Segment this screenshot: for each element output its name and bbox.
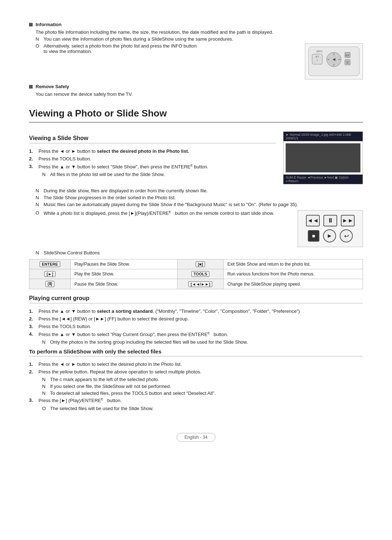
selected-note-2: N If you select one file, the SlideShow …	[42, 384, 363, 389]
selected-step3-note-text: The selected files will be used for the …	[50, 406, 154, 411]
group-step4-note: N Only the photos in the sorting group i…	[42, 339, 363, 345]
information-description: The photo file information including the…	[36, 29, 363, 35]
desc-2: Play the Slide Show.	[71, 269, 177, 279]
selected-note-3: N To deselect all selected files, press …	[42, 390, 363, 396]
playing-group-heading: Playing current group	[29, 295, 363, 303]
selected-step-1: 1. Press the ◄ or ► button to select the…	[29, 361, 363, 367]
information-note-o-row: O Alternatively, select a photo from the…	[29, 43, 363, 79]
key-4: [■]	[177, 259, 224, 269]
key-2: [►]	[29, 269, 71, 279]
btn-row-2: ■ ► ↩	[308, 229, 353, 242]
group-step-1: 1. Press the ▲ or ▼ button to select a s…	[29, 308, 363, 314]
slide-show-note-3-text: Music files can be automatically played …	[44, 202, 298, 207]
key-1: ENTERE	[29, 259, 71, 269]
key-6: [◄◄/►►]	[177, 279, 224, 289]
remote-control-image: E? i ◄ EX ⊡ INFO	[305, 43, 363, 79]
page-footer: English - 34	[29, 433, 363, 442]
remote-img: E? i ◄ EX ⊡ INFO	[305, 43, 363, 79]
svg-text:EX: EX	[346, 54, 350, 57]
note-o-text-col: O While a photo list is displayed, press…	[29, 210, 290, 247]
play-btn: ►	[323, 229, 336, 242]
slide-show-note-1: N During the slide show, files are displ…	[36, 188, 363, 193]
table-row-3: [Ⅱ] Pause the Slide Show. [◄◄/►►] Change…	[29, 279, 363, 289]
remove-safely-label: Remove Safely	[36, 84, 69, 89]
slide-show-note-3: N Music files can be automatically playe…	[36, 202, 363, 207]
selected-files-section: To perform a SlideShow with only the sel…	[29, 348, 363, 411]
control-buttons-img: ◄◄ ⏸ ►► ■ ► ↩	[298, 210, 363, 247]
btn-row-1: ◄◄ ⏸ ►►	[306, 215, 355, 226]
selected-step-3: 3. Press the [►] (Play)/ENTEREE button.	[29, 397, 363, 403]
selected-note-1: N The c mark appears to the left of the …	[42, 377, 363, 382]
information-note-o: O Alternatively, select a photo from the…	[36, 43, 298, 54]
slide-show-note-1-text: During the slide show, files are display…	[44, 188, 208, 193]
note-o-text: While a photo list is displayed, press t…	[44, 210, 274, 216]
slideshow-control-label: N SlideShow Control Buttons	[36, 250, 363, 255]
svg-text:INFO: INFO	[317, 50, 323, 53]
key-3: [Ⅱ]	[29, 279, 71, 289]
group-step-3: 3. Press the TOOLS button.	[29, 324, 363, 329]
desc-4: Exit Slide Show and return to the photo …	[224, 259, 363, 269]
group-step-2: 2. Press the [◄◄] (REW) or [►►] (FF) but…	[29, 316, 363, 322]
pause-btn: ⏸	[323, 215, 337, 226]
remove-safely-bullet: Remove Safely	[29, 84, 363, 89]
information-bullet: Information	[29, 22, 363, 27]
table-row-2: [►] Play the Slide Show. TOOLS Run vario…	[29, 269, 363, 279]
slide-show-step-1: 1. Press the ◄ or ► button to select the…	[29, 148, 276, 154]
top-section: Information The photo file information i…	[29, 22, 363, 97]
information-note-o-col: O Alternatively, select a photo from the…	[29, 43, 298, 79]
screenshot-image	[286, 143, 360, 172]
slide-show-note-2-text: The Slide Show progresses in the order s…	[44, 195, 176, 200]
slide-show-with-image: Viewing a Slide Show 1. Press the ◄ or ►…	[29, 131, 363, 184]
control-table: ENTERE Play/Pauses the Slide Show. [■] E…	[29, 259, 363, 289]
selected-note-2-text: If you select one file, the SlideShow wi…	[50, 384, 171, 389]
screenshot-box: ► Normal 20/20 image_1.jpg 440×446 2.0kB…	[283, 131, 363, 184]
control-buttons: ◄◄ ⏸ ►► ■ ► ↩	[298, 210, 363, 247]
group-step-4: 4. Press the ▲ or ▼ button to select "Pl…	[29, 331, 363, 337]
slide-show-step3-note: N All files in the photo list will be us…	[42, 172, 276, 177]
slide-show-note-o: O While a photo list is displayed, press…	[36, 210, 290, 216]
information-note-o-line1: Alternatively, select a photo from the p…	[44, 43, 197, 49]
slide-show-section: Viewing a Slide Show 1. Press the ◄ or ►…	[29, 131, 363, 289]
forward-btn: ►►	[341, 215, 355, 226]
square-icon-2	[29, 85, 33, 89]
desc-6: Change the SlideShow playing speed.	[224, 279, 363, 289]
selected-step3-note: O The selected files will be used for th…	[42, 406, 363, 411]
slideshow-control-label-text: SlideShow Control Buttons	[44, 250, 100, 255]
information-note-n: N You can view the information of photo …	[36, 36, 363, 42]
group-note-text: Only the photos in the sorting group inc…	[50, 339, 248, 345]
stop-btn: ■	[308, 230, 319, 242]
slideshow-screenshot: ► Normal 20/20 image_1.jpg 440×446 2.0kB…	[283, 131, 363, 184]
screenshot-footer: SUM E Pause ◄Previous ►Next ▣ Option ↩Re…	[283, 175, 363, 184]
desc-5: Run various functions from the Photo men…	[224, 269, 363, 279]
slide-show-note-2: N The Slide Show progresses in the order…	[36, 195, 363, 200]
svg-text:⊡: ⊡	[346, 61, 349, 64]
key-5: TOOLS	[177, 269, 224, 279]
svg-text:i: i	[317, 58, 318, 62]
slide-show-step-2: 2. Press the TOOLS button.	[29, 156, 276, 161]
extra-btn: ↩	[340, 229, 353, 242]
information-label: Information	[36, 22, 62, 27]
desc-3: Pause the Slide Show.	[71, 279, 177, 289]
desc-1: Play/Pauses the Slide Show.	[71, 259, 177, 269]
slide-show-text: Viewing a Slide Show 1. Press the ◄ or ►…	[29, 131, 276, 184]
step3-note-text: All files in the photo list will be used…	[50, 172, 165, 177]
slide-show-step-3: 3. Press the ▲ or ▼ button to select "Sl…	[29, 164, 276, 169]
playing-group-section: Playing current group 1. Press the ▲ or …	[29, 295, 363, 345]
footer-badge: English - 34	[177, 433, 215, 442]
remove-safely-description: You can remove the device safely from th…	[36, 91, 363, 97]
selected-files-heading: To perform a SlideShow with only the sel…	[29, 348, 363, 356]
svg-text:◄: ◄	[331, 56, 336, 62]
slide-show-heading: Viewing a Slide Show	[29, 135, 276, 143]
slide-show-note-o-row: O While a photo list is displayed, press…	[29, 210, 363, 247]
selected-step-2: 2. Press the yellow button. Repeat the a…	[29, 369, 363, 375]
table-row-1: ENTERE Play/Pauses the Slide Show. [■] E…	[29, 259, 363, 269]
rewind-btn: ◄◄	[306, 215, 320, 226]
selected-note-3-text: To deselect all selected files, press th…	[50, 390, 216, 396]
screenshot-header: ► Normal 20/20 image_1.jpg 440×446 2.0kB…	[283, 132, 363, 141]
main-heading: Viewing a Photo or Slide Show	[29, 108, 363, 123]
svg-text:E?: E?	[316, 56, 319, 58]
information-note-o-line2: to view the information.	[44, 49, 197, 54]
square-icon	[29, 23, 33, 26]
main-section: Viewing a Photo or Slide Show Viewing a …	[29, 108, 363, 411]
information-note-n-text: You can view the information of photo fi…	[44, 36, 233, 42]
